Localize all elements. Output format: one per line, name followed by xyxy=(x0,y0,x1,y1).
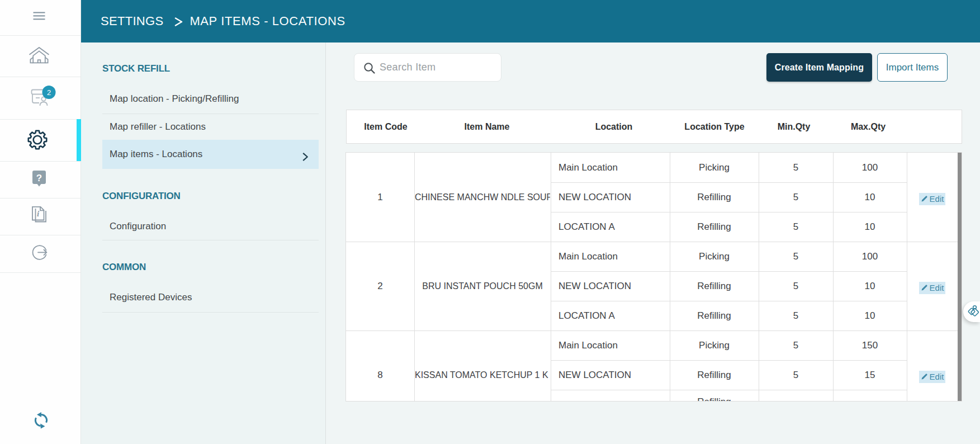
svg-text:2: 2 xyxy=(47,88,51,97)
svg-text:i: i xyxy=(37,209,40,218)
svg-text:?: ? xyxy=(36,173,42,183)
